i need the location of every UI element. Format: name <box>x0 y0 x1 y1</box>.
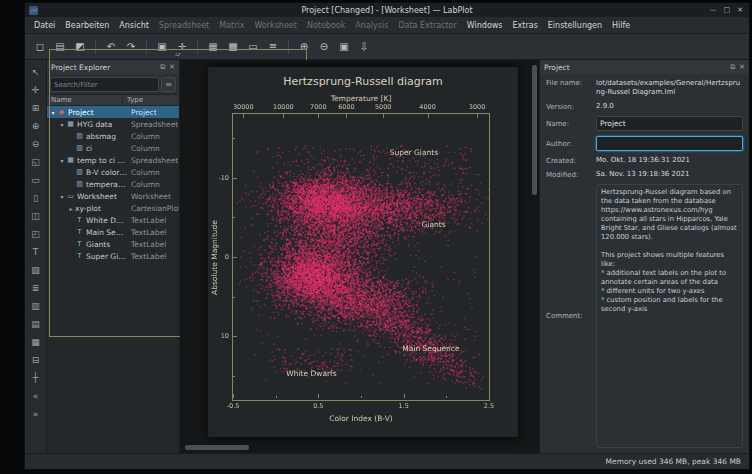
tree-row-xy-plot[interactable]: ▸▱xy-plotCartesianPlot <box>47 202 179 214</box>
tool-zoom-in-button[interactable]: ⊕ <box>27 118 44 134</box>
title-bar[interactable]: Project [Changed] - [Worksheet] — LabPlo… <box>25 3 749 17</box>
plot-title[interactable]: Hertzsprung-Russell diagram <box>208 75 518 88</box>
properties-dock: Project ⧉ ✕ File name: lot/datasets/exam… <box>539 60 749 453</box>
tool-zoom-fit-button[interactable]: ◱ <box>27 154 44 170</box>
tool-add-plot-button[interactable]: ▭ <box>27 172 44 188</box>
comment-field[interactable]: Hertzsprung-Russel diagram based on the … <box>596 184 743 448</box>
menu-notebook[interactable]: Notebook <box>302 19 350 32</box>
close-dock-icon[interactable]: ✕ <box>739 63 745 71</box>
menu-hilfe[interactable]: Hilfe <box>607 19 635 32</box>
plot-icon: ▱ <box>49 106 179 337</box>
x-axis-title[interactable]: Color Index (B-V) <box>232 414 490 423</box>
project-properties-form: File name: lot/datasets/examples/General… <box>540 74 749 453</box>
plot-label-giants[interactable]: Giants <box>421 219 445 228</box>
axis-tick-mark <box>233 394 234 398</box>
project-explorer-dock: Project Explorer ⧉ ✕ ≡ Name Type ▾◆Proje… <box>47 60 180 453</box>
zoom-fit-button[interactable]: ▣ <box>335 38 353 56</box>
axis-tick-mark <box>233 257 237 258</box>
menu-worksheet[interactable]: Worksheet <box>249 19 301 32</box>
project-tree: ▾◆ProjectProject▾▦HYG dataSpreadsheet▥ab… <box>47 106 179 453</box>
menu-spreadsheet[interactable]: Spreadsheet <box>154 19 214 32</box>
maximize-button[interactable]: □ <box>724 3 731 17</box>
modified-value: Sa. Nov. 13 19:18:36 2021 <box>596 170 743 179</box>
worksheet-toolbar: ↖✛⊞⊕⊖◱▭▯◫◰T▨≣▥▤▦⊟┼«» <box>25 60 47 453</box>
tool-layout-horizontal-button[interactable]: ▤ <box>27 316 44 332</box>
properties-title: Project <box>544 63 726 72</box>
file-name-value: lot/datasets/examples/General/Hertzsprun… <box>596 79 743 97</box>
menu-matrix[interactable]: Matrix <box>214 19 249 32</box>
modified-row: Modified: Sa. Nov. 13 19:18:36 2021 <box>546 170 743 179</box>
memory-status: Memory used 346 MB, peak 346 MB <box>606 457 741 466</box>
tool-add-image-button[interactable]: ▨ <box>27 262 44 278</box>
y-tick-label: 10 <box>221 332 229 340</box>
tool-select-button[interactable]: ↖ <box>27 64 44 80</box>
tool-layout-break-button[interactable]: ⊟ <box>27 352 44 368</box>
tool-layout-grid-button[interactable]: ▦ <box>27 334 44 350</box>
y-axis-title[interactable]: Absolute Magnitude <box>208 113 220 401</box>
temperature-tick-label: 6000 <box>338 103 355 111</box>
name-field[interactable] <box>596 116 743 131</box>
tool-add-plot-centered-button[interactable]: ◰ <box>27 226 44 242</box>
name-row: Name: <box>546 116 743 131</box>
author-field[interactable] <box>596 136 743 151</box>
menu-data-extractor[interactable]: Data Extractor <box>393 19 461 32</box>
horizontal-scrollbar[interactable] <box>185 445 249 450</box>
menu-einstellungen[interactable]: Einstellungen <box>543 19 607 32</box>
plot-area[interactable]: Super GiantsGiantsMain SequenceWhite Dwa… <box>232 113 490 401</box>
float-dock-icon[interactable]: ⧉ <box>730 63 735 71</box>
tool-add-plot-two-axes-button[interactable]: ▯ <box>27 190 44 206</box>
worksheet-page[interactable]: Hertzsprung-Russell diagram Temperature … <box>207 66 519 438</box>
axis-tick-mark <box>283 114 284 118</box>
menu-ansicht[interactable]: Ansicht <box>114 19 154 32</box>
tool-pan-button[interactable]: ✛ <box>27 82 44 98</box>
plot-label-white-dwarfs[interactable]: White Dwarfs <box>286 368 336 377</box>
scatter-canvas[interactable] <box>233 114 489 400</box>
created-row: Created: Mo. Okt. 18 19:36:31 2021 <box>546 156 743 165</box>
close-button[interactable]: ✕ <box>737 3 743 17</box>
tool-add-plot-box-button[interactable]: ◫ <box>27 208 44 224</box>
plot-label-main-sequence[interactable]: Main Sequence <box>402 343 459 352</box>
menu-bearbeiten[interactable]: Bearbeiten <box>60 19 114 32</box>
name-label: Name: <box>546 120 592 128</box>
axis-tick-mark <box>233 178 237 179</box>
worksheet-view: Hertzsprung-Russell diagram Temperature … <box>180 60 539 453</box>
menu-analysis[interactable]: Analysis <box>350 19 393 32</box>
plot-label-super-giants[interactable]: Super Giants <box>390 148 438 157</box>
modified-label: Modified: <box>546 171 592 179</box>
tool-shift-left-button[interactable]: « <box>27 388 44 404</box>
menu-bar: DateiBearbeitenAnsichtSpreadsheetMatrixW… <box>25 17 749 34</box>
axis-tick-mark <box>428 114 429 118</box>
export-button[interactable]: ⇩ <box>355 38 373 56</box>
y-tick-label: -10 <box>218 174 229 182</box>
zoom-out-button[interactable]: ⊖ <box>315 38 333 56</box>
minimize-button[interactable]: — <box>710 3 717 17</box>
vertical-scrollbar[interactable] <box>532 65 537 195</box>
menu-datei[interactable]: Datei <box>29 19 60 32</box>
axis-tick-mark <box>446 396 447 398</box>
menu-windows[interactable]: Windows <box>462 19 508 32</box>
main-area: ↖✛⊞⊕⊖◱▭▯◫◰T▨≣▥▤▦⊟┼«» Project Explorer ⧉ … <box>25 60 749 453</box>
tool-zoom-select-button[interactable]: ⊞ <box>27 100 44 116</box>
status-bar: Memory used 346 MB, peak 346 MB <box>25 453 749 469</box>
app-icon <box>29 6 38 15</box>
axis-tick-mark <box>233 336 237 337</box>
new-project-button[interactable]: ◻ <box>31 38 49 56</box>
axis-tick-mark <box>383 114 384 118</box>
x-tick-label: -0.5 <box>227 402 240 410</box>
menu-extras[interactable]: Extras <box>508 19 543 32</box>
properties-header: Project ⧉ ✕ <box>540 60 749 74</box>
tool-add-legend-button[interactable]: ≣ <box>27 280 44 296</box>
tool-zoom-out-button[interactable]: ⊖ <box>27 136 44 152</box>
tool-cursor-button[interactable]: ┼ <box>27 370 44 386</box>
axis-tick-mark <box>318 114 319 118</box>
tool-shift-right-button[interactable]: » <box>27 406 44 422</box>
version-row: Version: 2.9.0 <box>546 102 743 111</box>
axis-tick-mark <box>233 297 235 298</box>
y-axis-title-text: Absolute Magnitude <box>210 220 219 295</box>
window-title: Project [Changed] - [Worksheet] — LabPlo… <box>25 6 749 15</box>
tool-layout-vertical-button[interactable]: ▥ <box>27 298 44 314</box>
version-label: Version: <box>546 103 592 111</box>
top-axis-title[interactable]: Temperature [K] <box>232 94 490 103</box>
tool-add-text-label-button[interactable]: T <box>27 244 44 260</box>
temperature-tick-label: 7000 <box>310 103 327 111</box>
